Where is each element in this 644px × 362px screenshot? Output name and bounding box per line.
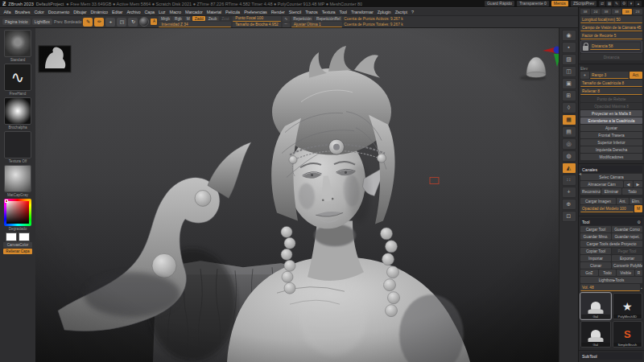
tool-header[interactable]: Tool ⚙ xyxy=(580,218,642,225)
sculpt-canvas[interactable] xyxy=(35,28,559,362)
mini-toggle-button[interactable]: A xyxy=(151,19,157,25)
lightbox-button[interactable]: LightBox xyxy=(32,19,52,25)
save-a-button[interactable]: Guardar Mmo. xyxy=(580,233,611,240)
history-tab[interactable]: 38 xyxy=(622,9,632,14)
color-picker[interactable] xyxy=(4,199,31,226)
stroke-curve-icon[interactable]: ∿ xyxy=(283,16,290,22)
focal-shift-slider[interactable]: Punto Focal 100 xyxy=(233,16,281,22)
z-intensity-slider[interactable]: Intensidad Z 34 xyxy=(159,22,231,27)
subtool-header[interactable]: SubTool xyxy=(580,352,642,360)
select-camera-button[interactable]: Selec Cámara xyxy=(580,174,642,180)
scroll-icon[interactable]: + xyxy=(562,187,576,198)
menu-item[interactable]: Brushes xyxy=(13,10,32,14)
history-tab[interactable]: 23 xyxy=(633,9,642,14)
floor-option-row[interactable]: Ajustar xyxy=(580,125,642,131)
paint-mode-button[interactable]: M xyxy=(184,16,192,21)
menu-item[interactable]: Zplugin xyxy=(375,10,393,14)
menu-item[interactable]: Color xyxy=(32,10,46,14)
draw-mode-button[interactable]: ✏ xyxy=(94,18,104,27)
store-camera-button[interactable]: Almacenar Cám xyxy=(580,181,623,187)
goz-button[interactable]: GoZ xyxy=(580,269,598,276)
main-color-swatch[interactable] xyxy=(6,232,17,241)
paste-tool-button[interactable]: Pegar Tool xyxy=(612,248,642,254)
menu-item[interactable]: Marcador xyxy=(183,10,204,14)
layout-grid-icon[interactable]: ▦ xyxy=(606,1,613,6)
floor-option-row[interactable]: Extenderse a la Cuadrícula xyxy=(580,117,642,124)
model-opacity-toggle[interactable]: M xyxy=(634,205,642,212)
menu-item[interactable]: Película xyxy=(223,10,242,14)
switch-color-button[interactable]: CanvasColor xyxy=(3,242,32,248)
menu-item[interactable]: Transformar xyxy=(349,10,375,14)
tool-thumbnail[interactable]: ★ PolyMesh3D xyxy=(613,293,643,319)
saturation-square[interactable] xyxy=(6,201,29,224)
texture-selector[interactable] xyxy=(4,131,31,158)
menu-item[interactable]: Render xyxy=(269,10,287,14)
menu-item[interactable]: Archivo xyxy=(125,10,142,14)
quicksave-button[interactable]: Guard Rápido xyxy=(485,1,514,6)
edit-mode-button[interactable]: ✎ xyxy=(83,18,93,27)
vol-slider[interactable]: Vol. 48 xyxy=(580,284,640,291)
menu-item[interactable]: Editar xyxy=(109,10,124,14)
distance-secondary-row[interactable]: Distancia xyxy=(580,54,642,60)
expand-icon[interactable]: ▴ xyxy=(635,1,642,6)
aa-half-icon[interactable]: ◫ xyxy=(562,66,576,77)
menu-item[interactable]: Zscript xyxy=(393,10,409,14)
menu-item[interactable]: Preferencias xyxy=(242,10,270,14)
load-image-button[interactable]: Cargar Imagen xyxy=(580,198,616,204)
all-cameras-button[interactable]: Todo xyxy=(622,188,642,195)
lightbox-tools-button[interactable]: Lightbox▸Tools xyxy=(580,277,642,283)
replay-rel-button[interactable]: RepeticiónRel xyxy=(314,16,342,21)
local-sym-icon[interactable]: ◎ xyxy=(562,138,576,150)
menu-item[interactable]: Textura xyxy=(320,10,337,14)
fill-layer-button[interactable]: Rellenar Capa xyxy=(3,249,32,254)
floor-option-row[interactable]: Superior Inferior xyxy=(580,139,642,146)
model-opacity-slider[interactable]: Opacidad del Modelo 100 xyxy=(580,205,634,212)
tray-collapse-arrow[interactable]: ◂ xyxy=(579,171,581,176)
rotate-button[interactable]: ↻ xyxy=(128,18,138,27)
paint-mode-button[interactable]: Mrgb xyxy=(159,16,171,21)
menu-item[interactable]: Dibujar xyxy=(72,10,89,14)
floor-option-row[interactable]: Izquierda Derecha xyxy=(580,146,642,153)
sculpt-mode-button[interactable]: Zadd xyxy=(192,16,205,21)
floor-option-row[interactable]: Punto de Rebote xyxy=(580,96,642,102)
copy-tool-button[interactable]: Copiar Tool xyxy=(580,248,611,254)
persp-icon[interactable]: ◊ xyxy=(562,102,576,113)
adjust-last-slider[interactable]: Ajustar Última 1 xyxy=(291,22,343,27)
solo-icon[interactable]: ◭ xyxy=(562,162,576,174)
floor-option-row[interactable]: Tamaño de Cuadrícula 8 xyxy=(580,80,642,87)
menu-item[interactable]: Alfa xyxy=(2,10,13,14)
floor-elv-icon[interactable]: ▤ xyxy=(562,126,576,138)
load-tools-from-project-button[interactable]: Cargar Tools desde Proyecto xyxy=(580,241,642,247)
menu-item[interactable]: Luz xyxy=(156,10,167,14)
delete-image-button[interactable]: Elim. xyxy=(630,198,642,204)
goz-r-button[interactable]: R xyxy=(635,269,642,276)
menu-item[interactable]: Trazos xyxy=(303,10,320,14)
camera-slider[interactable]: Longitud focal(mm) 50 xyxy=(580,16,642,23)
settings-gear-icon[interactable]: ⚙ xyxy=(621,1,627,6)
xpose-icon[interactable]: ∷ xyxy=(562,175,576,186)
goz-all-button[interactable]: Todo xyxy=(599,269,617,276)
export-button[interactable]: Exportar xyxy=(612,255,642,261)
floor-option-row[interactable]: Frontal Trasera xyxy=(580,132,642,138)
history-tab[interactable]: 38 xyxy=(580,9,590,14)
menu-item[interactable]: Tool xyxy=(337,10,349,14)
secondary-color-swatch[interactable] xyxy=(19,232,30,241)
channels-header[interactable]: Canales xyxy=(580,166,642,173)
tool-thumbnail[interactable]: S SimpleBrush xyxy=(613,321,643,348)
tool-thumbnail[interactable]: Gal xyxy=(580,321,611,348)
save-as-button[interactable]: Guardar Como xyxy=(612,226,642,232)
edit-pencil-icon[interactable]: ✎ xyxy=(613,1,620,6)
menu-item[interactable]: Macro xyxy=(167,10,183,14)
menu-item[interactable]: Material xyxy=(204,10,223,14)
floor-option-row[interactable]: Rellenar 8 xyxy=(580,88,642,95)
paint-mode-button[interactable]: Rgb xyxy=(172,16,184,21)
camera-slider[interactable]: Campo de Visión de la Cámara 45 xyxy=(580,24,642,31)
camera-slider[interactable]: Factor de Recorte 5 xyxy=(580,32,642,39)
stroke-selector[interactable]: ∿ xyxy=(4,64,31,91)
sculpt-mode-button[interactable]: Zsub xyxy=(206,16,219,21)
range-slider[interactable]: Rango 3 xyxy=(590,72,629,79)
zscript-preview-button[interactable]: ZScriptPrev xyxy=(571,1,597,6)
delete-camera-button[interactable]: Eliminar xyxy=(601,188,621,195)
actual-size-icon[interactable]: ▣ xyxy=(562,78,576,89)
zoom-doc-icon[interactable]: ⊞ xyxy=(562,90,576,101)
